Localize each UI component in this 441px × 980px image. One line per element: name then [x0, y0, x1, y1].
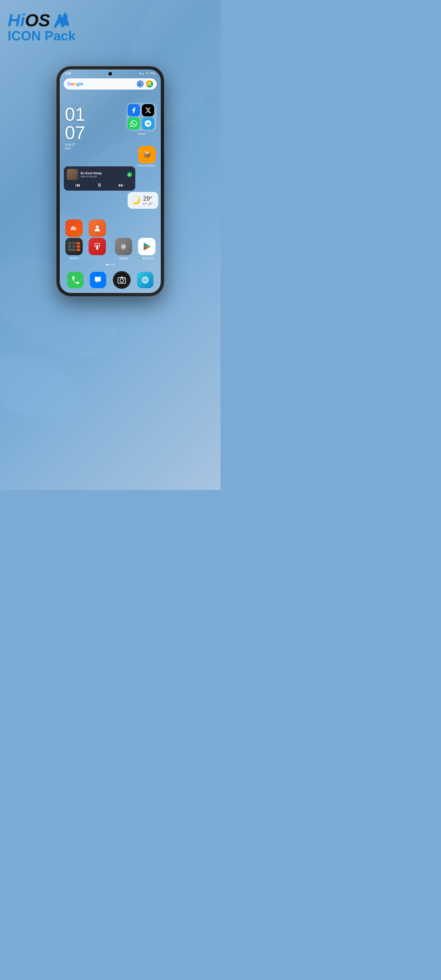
telegram-icon[interactable] [142, 118, 154, 130]
status-bar: 1:07 ▼▲ 🔋 78% [60, 69, 161, 76]
weather-temp: 29° [143, 195, 153, 202]
music-info-row: 🎵 En Kont Ghaly Aida el Ayoubi ▶ [67, 169, 132, 180]
akbon-icon [65, 238, 83, 255]
settings-icon [115, 238, 132, 255]
soundcloud-app[interactable] [64, 220, 84, 237]
contacts-app[interactable] [87, 220, 107, 237]
app-grid-bottom-right: Settings Play Store [113, 238, 157, 260]
page-dot-1 [106, 264, 108, 266]
svg-rect-31 [71, 227, 72, 230]
clock-minute: 07 [65, 124, 85, 142]
dock [64, 271, 157, 289]
phone-dock-app[interactable] [67, 272, 83, 288]
clock-hour: 01 [65, 105, 85, 124]
clock-date: Aug 27 Sun [65, 142, 85, 150]
clock-time: 01 07 [65, 105, 85, 142]
weather-icon: 🌙 [132, 196, 141, 205]
svg-rect-34 [74, 227, 75, 230]
logo-icon-pack: ICON Pack [8, 28, 76, 43]
amazon-label: Amazon Shopp... [137, 164, 157, 167]
settings-app[interactable]: Settings [113, 238, 134, 260]
music-widget: 🎵 En Kont Ghaly Aida el Ayoubi ▶ ⏮ ⏸ ⏭ [64, 166, 135, 191]
phone-mockup: 1:07 ▼▲ 🔋 78% Google 🎤 [57, 66, 164, 296]
contacts-icon [89, 220, 106, 237]
browser-dock-app[interactable] [137, 272, 153, 288]
svg-point-48 [124, 278, 125, 279]
pause-button[interactable]: ⏸ [97, 182, 102, 188]
battery-percent: 78% [150, 72, 156, 75]
phone-screen: 1:07 ▼▲ 🔋 78% Google 🎤 [60, 69, 161, 293]
weather-range: 37° 26° [143, 202, 153, 206]
app-grid-row2: AKBON [64, 238, 107, 260]
page-dot-3 [113, 264, 114, 266]
music-title: En Kont Ghaly [81, 172, 124, 175]
phone-outer: 1:07 ▼▲ 🔋 78% Google 🎤 [57, 66, 164, 296]
logo-arrow-icon [51, 11, 70, 30]
logo-hi: Hi [8, 10, 25, 30]
messages-dock-icon [90, 272, 106, 288]
akbon-label: AKBON [69, 257, 78, 260]
app-grid-row1 [64, 220, 107, 237]
whatsapp-icon[interactable] [127, 118, 140, 130]
page-indicators [60, 264, 161, 266]
spotify-icon: ▶ [127, 172, 132, 177]
browser-dock-icon [137, 272, 153, 288]
music-artist: Aida el Ayoubi [81, 175, 124, 178]
logo-os: OS [25, 10, 50, 30]
twofa-icon [89, 238, 106, 255]
next-track-button[interactable]: ⏭ [119, 182, 124, 188]
svg-rect-38 [96, 247, 98, 250]
svg-rect-33 [73, 226, 74, 230]
svg-text:📦: 📦 [143, 151, 151, 159]
prev-track-button[interactable]: ⏮ [75, 182, 80, 188]
phone-dock-icon [67, 272, 83, 288]
status-icons: ▼▲ 🔋 78% [139, 72, 156, 75]
social-folder-label: Social [126, 132, 157, 135]
music-controls[interactable]: ⏮ ⏸ ⏭ [67, 182, 132, 188]
twofa-app[interactable] [87, 238, 107, 260]
camera-dock-icon [113, 271, 131, 289]
weather-widget[interactable]: 🌙 29° 37° 26° [127, 192, 158, 209]
amazon-app[interactable]: 📦 Amazon Shopp... [137, 146, 157, 167]
clock-widget: 01 07 Aug 27 Sun [65, 105, 85, 150]
messages-dock-app[interactable] [90, 272, 106, 288]
playstore-dot [140, 257, 141, 259]
x-twitter-icon[interactable] [142, 104, 154, 116]
page-dot-2 [110, 264, 111, 266]
playstore-badge: Play Store [140, 256, 154, 260]
akbon-app[interactable]: AKBON [64, 238, 84, 260]
soundcloud-icon [65, 220, 83, 237]
social-folder[interactable]: Social [126, 103, 157, 135]
playstore-icon [138, 238, 155, 255]
battery-icon: 🔋 [145, 72, 149, 75]
logo-area: HiOS ICON Pack [8, 10, 76, 43]
playstore-app[interactable]: Play Store [137, 238, 157, 260]
signal-icon: ▼▲ [139, 72, 145, 75]
svg-rect-35 [75, 228, 76, 230]
status-time: 1:07 [65, 72, 72, 75]
music-album-art: 🎵 [67, 169, 78, 180]
svg-rect-32 [72, 227, 73, 230]
playstore-label: Play Store [142, 257, 154, 260]
svg-point-36 [96, 225, 99, 228]
camera-cutout [108, 72, 112, 76]
svg-point-47 [120, 279, 124, 282]
settings-label: Settings [119, 257, 128, 260]
camera-dock-app[interactable] [113, 271, 131, 289]
svg-marker-20 [53, 13, 68, 28]
folder-icons-container [126, 103, 157, 131]
album-art-img: 🎵 [67, 169, 78, 180]
music-text-info: En Kont Ghaly Aida el Ayoubi [81, 172, 124, 178]
facebook-icon[interactable] [127, 104, 140, 116]
svg-point-39 [97, 245, 98, 247]
amazon-icon-img: 📦 [139, 146, 156, 163]
